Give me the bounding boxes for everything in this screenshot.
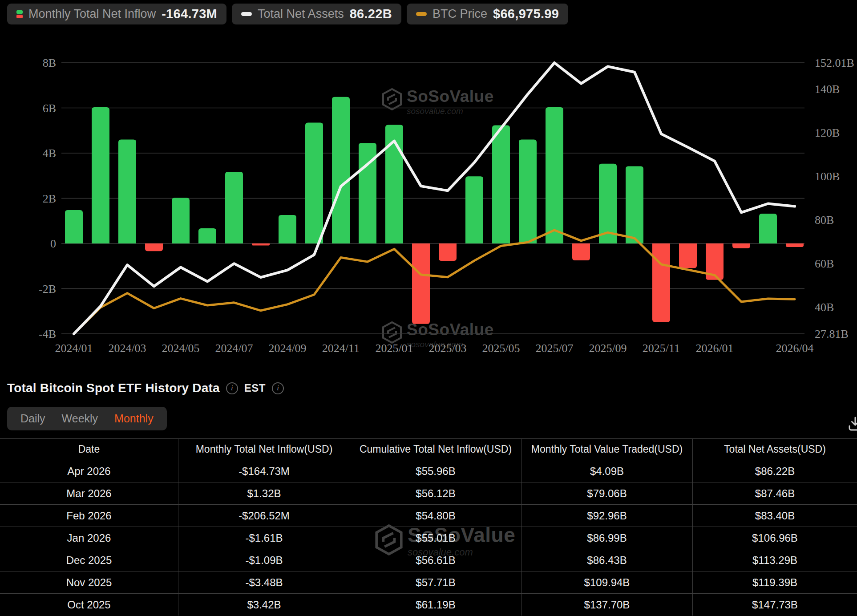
inflow-bar-2024/06[interactable] — [198, 228, 216, 243]
tab-weekly[interactable]: Weekly — [62, 412, 98, 425]
legend-inflow-label: Monthly Total Net Inflow — [28, 7, 156, 21]
inflow-bar-2024/01[interactable] — [65, 210, 83, 243]
cell-value-traded: $79.06B — [521, 482, 692, 504]
legend-total-net-assets[interactable]: Total Net Assets 86.22B — [232, 4, 401, 24]
x-axis-tick: 2026/04 — [776, 342, 813, 355]
inflow-bar-2024/07[interactable] — [225, 172, 243, 243]
inflow-bar-2025/04[interactable] — [465, 176, 483, 243]
table-row-nov-2025: Nov 2025-$3.48B$57.71B$109.94B$119.39B — [0, 571, 857, 593]
cell-net-assets: $113.29B — [692, 549, 857, 571]
cell-net-assets: $147.73B — [692, 593, 857, 616]
inflow-bar-2025/12[interactable] — [679, 243, 697, 268]
bitcoin-etf-dashboard: { "legend": { "inflow": {"label": "Month… — [0, 0, 857, 616]
cell-monthly-inflow: -$164.73M — [178, 460, 350, 482]
cell-monthly-inflow: -$206.52M — [178, 504, 350, 527]
x-axis-tick: 2025/05 — [482, 342, 520, 355]
inflow-bar-2025/03[interactable] — [439, 243, 457, 261]
x-axis-tick: 2025/09 — [589, 342, 627, 355]
legend-net-assets-label: Total Net Assets — [258, 7, 344, 21]
cell-cumulative-inflow: $55.01B — [350, 527, 521, 549]
right-axis-tick: 80B — [815, 214, 834, 227]
x-axis-tick: 2025/03 — [428, 342, 466, 355]
cell-date: Mar 2026 — [0, 482, 178, 504]
info-icon[interactable]: i — [226, 382, 238, 394]
col-header-net-assets: Total Net Assets(USD) — [692, 438, 857, 460]
left-axis-tick: 0 — [50, 237, 56, 250]
inflow-bar-2024/05[interactable] — [172, 198, 190, 243]
right-axis-tick: 100B — [815, 170, 840, 183]
info-icon[interactable]: i — [272, 382, 284, 394]
cell-cumulative-inflow: $55.96B — [350, 460, 521, 482]
left-axis-tick: 4B — [43, 147, 56, 160]
cell-date: Nov 2025 — [0, 571, 178, 593]
x-axis-tick: 2024/05 — [162, 342, 199, 355]
right-axis-tick: 152.01B — [815, 57, 854, 69]
legend-inflow-value: -164.73M — [162, 7, 217, 21]
cell-net-assets: $87.46B — [692, 482, 857, 504]
x-axis-tick: 2024/07 — [215, 342, 253, 355]
cell-date: Apr 2026 — [0, 460, 178, 482]
x-axis-tick: 2025/11 — [643, 342, 680, 355]
cell-value-traded: $92.96B — [521, 504, 692, 527]
timezone-label: EST — [244, 382, 266, 394]
cell-cumulative-inflow: $54.80B — [350, 504, 521, 527]
x-axis-tick: 2025/07 — [535, 342, 573, 355]
cell-monthly-inflow: -$1.61B — [178, 527, 350, 549]
inflow-bar-2026/04[interactable] — [786, 243, 804, 247]
inflow-bar-2025/02[interactable] — [412, 243, 430, 324]
cell-value-traded: $86.43B — [521, 549, 692, 571]
table-row-dec-2025: Dec 2025-$1.09B$56.61B$86.43B$113.29B — [0, 549, 857, 571]
inflow-bar-2025/05[interactable] — [492, 126, 510, 243]
legend-btc-value: $66,975.99 — [493, 7, 559, 21]
btc-price-series-icon — [416, 12, 427, 16]
inflow-bar-2025/08[interactable] — [572, 243, 590, 260]
x-axis-tick: 2025/01 — [375, 342, 413, 355]
legend-btc-price[interactable]: BTC Price $66,975.99 — [407, 4, 568, 24]
table-row-mar-2026: Mar 2026$1.32B$56.12B$79.06B$87.46B — [0, 482, 857, 504]
cell-net-assets: $106.96B — [692, 527, 857, 549]
cell-monthly-inflow: -$3.48B — [178, 571, 350, 593]
inflow-bar-2025/11[interactable] — [652, 243, 670, 322]
col-header-monthly-inflow: Monthly Total Net Inflow(USD) — [178, 438, 350, 460]
inflow-bar-2026/03[interactable] — [759, 214, 777, 243]
etf-flows-chart[interactable]: 8B6B4B2B0-2B-4B152.01B140B120B100B80B60B… — [0, 0, 857, 358]
cell-cumulative-inflow: $56.12B — [350, 482, 521, 504]
net-assets-series-icon — [241, 12, 252, 16]
inflow-bar-2025/10[interactable] — [626, 166, 643, 243]
inflow-bar-2024/04[interactable] — [145, 243, 163, 251]
cell-net-assets: $83.40B — [692, 504, 857, 527]
cell-cumulative-inflow: $57.71B — [350, 571, 521, 593]
left-axis-tick: -2B — [39, 283, 56, 296]
tab-daily[interactable]: Daily — [20, 412, 45, 425]
inflow-bar-2024/03[interactable] — [118, 140, 136, 243]
tab-monthly[interactable]: Monthly — [114, 412, 154, 425]
table-row-apr-2026: Apr 2026-$164.73M$55.96B$4.09B$86.22B — [0, 460, 857, 482]
cell-date: Jan 2026 — [0, 527, 178, 549]
inflow-bar-2024/02[interactable] — [92, 107, 109, 243]
inflow-bar-2026/02[interactable] — [732, 243, 750, 248]
col-header-date: Date — [0, 438, 178, 460]
inflow-bar-2024/08[interactable] — [252, 243, 270, 246]
table-row-feb-2026: Feb 2026-$206.52M$54.80B$92.96B$83.40B — [0, 504, 857, 527]
left-axis-tick: 8B — [43, 57, 56, 69]
inflow-bar-2025/07[interactable] — [546, 107, 563, 243]
cell-monthly-inflow: $1.32B — [178, 482, 350, 504]
inflow-bar-2024/09[interactable] — [279, 215, 296, 243]
col-header-value-traded: Monthly Total Value Traded(USD) — [521, 438, 692, 460]
chart-legend: Monthly Total Net Inflow -164.73M Total … — [7, 4, 568, 24]
inflow-bar-2025/06[interactable] — [519, 140, 537, 243]
cell-cumulative-inflow: $56.61B — [350, 549, 521, 571]
cell-monthly-inflow: $3.42B — [178, 593, 350, 616]
inflow-bar-2024/10[interactable] — [305, 122, 323, 243]
right-axis-tick: 120B — [815, 126, 840, 139]
inflow-bar-2024/11[interactable] — [332, 97, 350, 243]
left-axis-tick: 6B — [43, 102, 56, 115]
download-button[interactable] — [846, 415, 857, 434]
legend-monthly-net-inflow[interactable]: Monthly Total Net Inflow -164.73M — [7, 4, 226, 24]
table-row-oct-2025: Oct 2025$3.42B$61.19B$137.70B$147.73B — [0, 593, 857, 616]
cell-net-assets: $86.22B — [692, 460, 857, 482]
right-axis-tick: 27.81B — [815, 328, 849, 340]
x-axis-tick: 2024/03 — [108, 342, 146, 355]
table-body: Apr 2026-$164.73M$55.96B$4.09B$86.22BMar… — [0, 460, 857, 616]
cell-value-traded: $109.94B — [521, 571, 692, 593]
